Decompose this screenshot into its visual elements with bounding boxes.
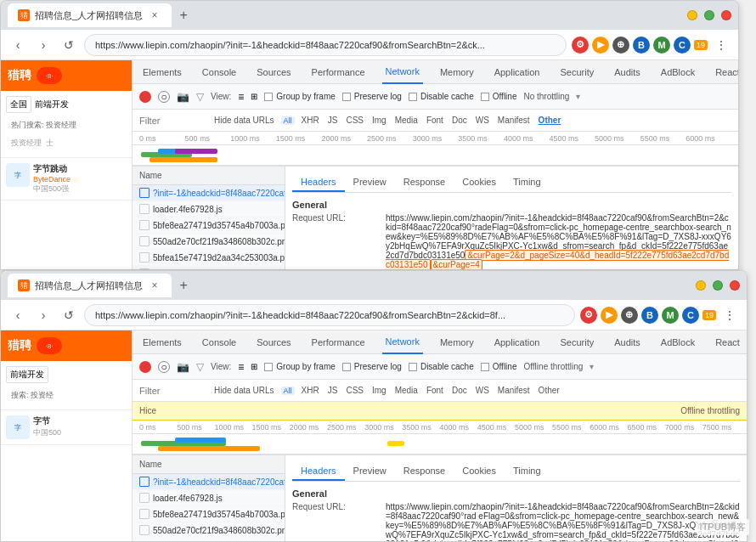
file-item-4[interactable]: 550ad2e70cf21f9a348608b302c.png — [133, 234, 285, 250]
preserve-log-btn-2[interactable]: Preserve log — [342, 362, 402, 371]
file-item-b5[interactable]: 5bfea15e74719d2aa34c253003a.png — [133, 539, 285, 541]
filter-media-1[interactable]: Media — [395, 116, 418, 125]
dt2-tab-sources[interactable]: Sources — [253, 330, 294, 354]
restore-button-1[interactable] — [704, 10, 714, 20]
menu-button-1[interactable]: ⋮ — [711, 35, 731, 55]
filter-manifest-2[interactable]: Manifest — [498, 386, 530, 395]
filter-icon-1[interactable]: ▽ — [196, 91, 204, 103]
offline-checkbox-2[interactable] — [481, 363, 489, 371]
extension-icon-2[interactable]: ▶ — [592, 37, 609, 54]
filter-css-2[interactable]: CSS — [346, 386, 364, 395]
file-item-b3[interactable]: 5bfe8ea274719d35745a4b7003a.png — [133, 506, 285, 522]
disable-cache-btn-1[interactable]: Disable cache — [409, 92, 474, 101]
back-button-1[interactable]: ‹ — [8, 35, 28, 55]
ext-icon-b2[interactable]: ▶ — [601, 307, 618, 324]
detail-tab-headers-1[interactable]: Headers — [292, 173, 345, 192]
dt2-tab-react[interactable]: React — [712, 330, 743, 354]
throttling-arrow-1[interactable]: ▾ — [576, 92, 580, 101]
dt2-tab-application[interactable]: Application — [491, 330, 544, 354]
view-list-icon-2[interactable]: ≡ — [238, 361, 244, 373]
dt-tab-react-1[interactable]: React — [712, 60, 738, 84]
detail-tab-preview-2[interactable]: Preview — [345, 462, 395, 481]
ext-icon-b5[interactable]: M — [662, 307, 679, 324]
close-button-1[interactable] — [721, 10, 731, 20]
dt-tab-elements-1[interactable]: Elements — [139, 60, 185, 84]
dt2-tab-network[interactable]: Network — [382, 330, 423, 354]
preserve-log-btn-1[interactable]: Preserve log — [342, 92, 402, 101]
close-button-2[interactable] — [730, 280, 740, 291]
file-item-6[interactable]: 5bfe8fbd74719d35745a7f6d03a.png — [133, 266, 285, 269]
dt2-tab-memory[interactable]: Memory — [437, 330, 477, 354]
group-by-frame-checkbox-1[interactable] — [264, 93, 273, 101]
filter-img-2[interactable]: Img — [372, 386, 386, 395]
tab-close-2[interactable]: × — [148, 279, 161, 292]
filter-input-2[interactable] — [139, 386, 207, 396]
address-bar-2[interactable] — [84, 304, 575, 326]
offline-btn-2[interactable]: Offline — [481, 362, 517, 371]
filter-js-1[interactable]: JS — [328, 116, 338, 125]
filter-js-2[interactable]: JS — [328, 386, 338, 395]
dt-tab-memory-1[interactable]: Memory — [437, 60, 477, 84]
camera-icon-2[interactable]: 📷 — [177, 361, 189, 373]
location-dropdown-2[interactable]: 前端开发 — [6, 366, 48, 383]
filter-xhr-1[interactable]: XHR — [302, 116, 319, 125]
dt-tab-performance-1[interactable]: Performance — [308, 60, 369, 84]
ext-icon-b3[interactable]: ⊕ — [621, 307, 638, 324]
ext-icon-b4[interactable]: B — [641, 307, 658, 324]
extension-icon-1[interactable]: ⚙ — [572, 37, 589, 54]
ext-icon-b1[interactable]: ⚙ — [580, 307, 597, 324]
view-list-icon-1[interactable]: ≡ — [238, 91, 244, 103]
file-item-3[interactable]: 5bfe8ea274719d35745a4b7003a.png — [133, 217, 285, 234]
filter-other-2[interactable]: Other — [539, 386, 560, 395]
extension-icon-5[interactable]: M — [653, 37, 670, 54]
filter-icon-2[interactable]: ▽ — [196, 361, 204, 373]
detail-tab-headers-2[interactable]: Headers — [292, 462, 345, 481]
detail-tab-timing-1[interactable]: Timing — [505, 173, 550, 192]
file-item-1-selected[interactable]: ?init=-1&headckid=8f48aac7220caf9... — [133, 185, 285, 201]
clear-button-1[interactable]: ○ — [158, 91, 170, 103]
dt2-tab-console[interactable]: Console — [199, 330, 240, 354]
disable-cache-checkbox-2[interactable] — [409, 363, 417, 371]
filter-ws-1[interactable]: WS — [476, 116, 489, 125]
forward-button-2[interactable]: › — [33, 305, 54, 325]
minimize-button-1[interactable] — [687, 10, 697, 20]
tab-close-1[interactable]: × — [148, 8, 161, 22]
filter-xhr-2[interactable]: XHR — [302, 386, 319, 395]
offline-btn-1[interactable]: Offline — [481, 92, 517, 101]
restore-button-2[interactable] — [713, 280, 723, 291]
detail-tab-cookies-1[interactable]: Cookies — [454, 173, 505, 192]
filter-ws-2[interactable]: WS — [476, 386, 489, 395]
menu-button-2[interactable]: ⋮ — [719, 305, 740, 325]
record-button-2[interactable] — [139, 361, 151, 373]
refresh-button-1[interactable]: ↺ — [59, 35, 79, 55]
filter-other-1[interactable]: Other — [539, 116, 561, 125]
clear-button-2[interactable]: ○ — [158, 361, 170, 373]
detail-tab-cookies-2[interactable]: Cookies — [454, 462, 505, 481]
detail-tab-timing-2[interactable]: Timing — [505, 462, 550, 481]
filter-img-1[interactable]: Img — [372, 116, 386, 125]
filter-doc-1[interactable]: Doc — [452, 116, 467, 125]
dt-tab-application-1[interactable]: Application — [491, 60, 544, 84]
file-item-5[interactable]: 5bfea15e74719d2aa34c253003a.png — [133, 250, 285, 266]
back-button-2[interactable]: ‹ — [8, 305, 28, 325]
dt-tab-network-1[interactable]: Network — [382, 60, 423, 84]
new-tab-button-2[interactable]: + — [172, 274, 195, 297]
refresh-button-2[interactable]: ↺ — [59, 305, 79, 325]
record-button-1[interactable] — [139, 91, 151, 103]
filter-media-2[interactable]: Media — [395, 386, 418, 395]
dt2-tab-elements[interactable]: Elements — [139, 330, 185, 354]
address-bar-1[interactable] — [84, 34, 567, 56]
throttling-arrow-2[interactable]: ▾ — [590, 362, 594, 371]
group-by-frame-btn-1[interactable]: Group by frame — [264, 92, 335, 101]
forward-button-1[interactable]: › — [33, 35, 54, 55]
camera-icon-1[interactable]: 📷 — [177, 91, 189, 103]
filter-input-1[interactable] — [139, 116, 207, 126]
dt2-tab-security[interactable]: Security — [556, 330, 597, 354]
disable-cache-btn-2[interactable]: Disable cache — [409, 362, 474, 371]
preserve-log-checkbox-1[interactable] — [342, 93, 351, 101]
new-tab-button-1[interactable]: + — [172, 3, 195, 27]
dt2-tab-audits[interactable]: Audits — [611, 330, 644, 354]
disable-cache-checkbox-1[interactable] — [409, 93, 417, 101]
extension-icon-4[interactable]: B — [633, 37, 650, 54]
dt-tab-audits-1[interactable]: Audits — [611, 60, 644, 84]
